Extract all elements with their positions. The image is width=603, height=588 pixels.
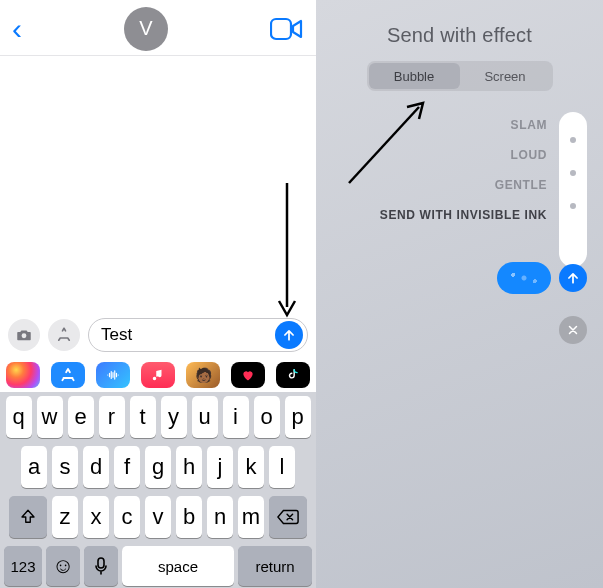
invisible-ink-preview-bubble [497, 262, 551, 294]
key-b[interactable]: b [176, 496, 202, 538]
audio-message-app-icon[interactable] [96, 362, 130, 388]
backspace-icon [277, 509, 299, 525]
tiktok-app-icon[interactable] [276, 362, 310, 388]
message-input[interactable]: Test [88, 318, 308, 352]
key-delete[interactable] [269, 496, 307, 538]
svg-point-1 [22, 333, 27, 338]
effect-label: LOUD [511, 148, 547, 162]
keyboard-row-1: q w e r t y u i o p [4, 396, 312, 438]
close-icon [567, 324, 579, 336]
effect-option-gentle[interactable]: GENTLE [495, 178, 585, 192]
effect-option-loud[interactable]: LOUD [511, 148, 585, 162]
key-j[interactable]: j [207, 446, 233, 488]
svg-rect-2 [98, 558, 104, 568]
conversation-header: ‹ V [0, 0, 316, 56]
microphone-icon [95, 557, 107, 575]
effect-label: SEND WITH INVISIBLE INK [380, 208, 547, 222]
send-with-effect-button[interactable] [559, 264, 587, 292]
digital-touch-app-icon[interactable] [231, 362, 265, 388]
effects-title: Send with effect [316, 0, 603, 61]
message-thread[interactable] [0, 56, 316, 314]
effect-options: SLAM LOUD GENTLE SEND WITH INVISIBLE INK [380, 118, 585, 222]
appstore-app-icon[interactable] [51, 362, 85, 388]
message-composer: Test [0, 314, 316, 358]
effect-mode-segmented-control[interactable]: Bubble Screen [367, 61, 553, 91]
key-t[interactable]: t [130, 396, 156, 438]
key-k[interactable]: k [238, 446, 264, 488]
key-y[interactable]: y [161, 396, 187, 438]
key-numbers[interactable]: 123 [4, 546, 42, 586]
effect-option-invisible-ink[interactable]: SEND WITH INVISIBLE INK [380, 208, 585, 222]
key-return[interactable]: return [238, 546, 312, 586]
keyboard-row-3: z x c v b n m [4, 496, 312, 538]
key-v[interactable]: v [145, 496, 171, 538]
camera-button[interactable] [8, 319, 40, 351]
segment-screen[interactable]: Screen [460, 63, 551, 89]
imessage-compose-screen: ‹ V Test 🧑🏾 q w [0, 0, 316, 588]
key-i[interactable]: i [223, 396, 249, 438]
key-f[interactable]: f [114, 446, 140, 488]
back-button[interactable]: ‹ [12, 12, 22, 46]
key-h[interactable]: h [176, 446, 202, 488]
send-button[interactable] [275, 321, 303, 349]
effect-option-slam[interactable]: SLAM [511, 118, 585, 132]
key-c[interactable]: c [114, 496, 140, 538]
key-shift[interactable] [9, 496, 47, 538]
close-effects-button[interactable] [559, 316, 587, 344]
key-u[interactable]: u [192, 396, 218, 438]
key-z[interactable]: z [52, 496, 78, 538]
arrow-up-icon [282, 328, 296, 342]
appstore-icon [59, 366, 77, 384]
ios-keyboard: q w e r t y u i o p a s d f g h j k l z … [0, 392, 316, 588]
imessage-app-tray: 🧑🏾 [0, 358, 316, 392]
key-space[interactable]: space [122, 546, 234, 586]
audio-wave-icon [103, 368, 123, 382]
key-r[interactable]: r [99, 396, 125, 438]
svg-rect-0 [271, 19, 291, 39]
message-input-text: Test [101, 325, 275, 345]
arrow-up-icon [566, 271, 580, 285]
app-drawer-button[interactable] [48, 319, 80, 351]
key-m[interactable]: m [238, 496, 264, 538]
send-with-effect-screen: Send with effect Bubble Screen SLAM LOUD… [316, 0, 603, 588]
avatar-initial: V [139, 17, 152, 40]
tiktok-icon [286, 367, 300, 383]
photos-app-icon[interactable] [6, 362, 40, 388]
video-camera-icon [270, 16, 304, 42]
key-s[interactable]: s [52, 446, 78, 488]
camera-icon [15, 326, 33, 344]
keyboard-row-2: a s d f g h j k l [4, 446, 312, 488]
key-e[interactable]: e [68, 396, 94, 438]
shift-icon [19, 508, 37, 526]
music-app-icon[interactable] [141, 362, 175, 388]
key-dictation[interactable] [84, 546, 118, 586]
segment-bubble[interactable]: Bubble [369, 63, 460, 89]
appstore-small-icon [55, 326, 73, 344]
contact-avatar[interactable]: V [124, 7, 168, 51]
key-w[interactable]: w [37, 396, 63, 438]
key-g[interactable]: g [145, 446, 171, 488]
key-l[interactable]: l [269, 446, 295, 488]
key-x[interactable]: x [83, 496, 109, 538]
key-q[interactable]: q [6, 396, 32, 438]
heart-icon [240, 367, 256, 383]
key-a[interactable]: a [21, 446, 47, 488]
memoji-app-icon[interactable]: 🧑🏾 [186, 362, 220, 388]
key-n[interactable]: n [207, 496, 233, 538]
key-o[interactable]: o [254, 396, 280, 438]
music-note-icon [151, 368, 165, 382]
key-p[interactable]: p [285, 396, 311, 438]
key-d[interactable]: d [83, 446, 109, 488]
facetime-button[interactable] [270, 16, 304, 42]
effect-label: SLAM [511, 118, 547, 132]
effect-label: GENTLE [495, 178, 547, 192]
key-emoji[interactable]: ☺ [46, 546, 80, 586]
keyboard-row-4: 123 ☺ space return [4, 546, 312, 586]
